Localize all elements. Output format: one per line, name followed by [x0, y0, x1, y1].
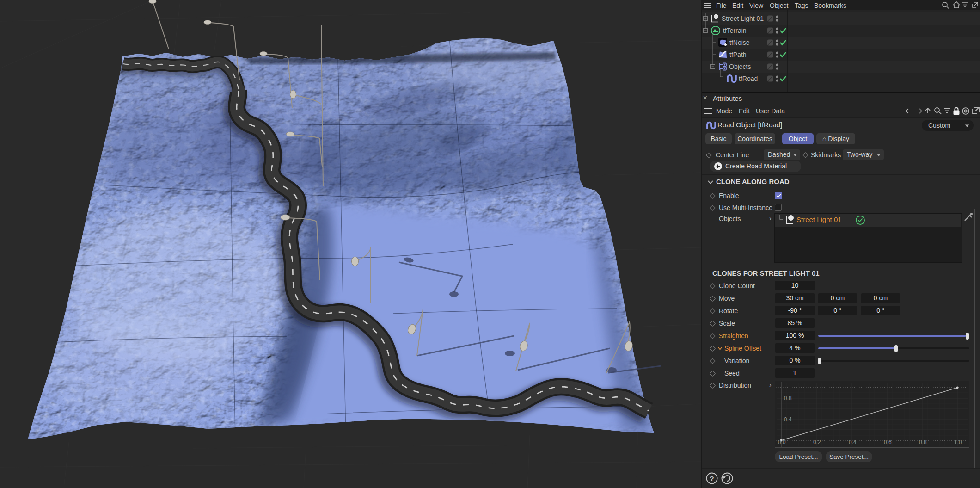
svg-text:0.8: 0.8 — [919, 439, 927, 445]
svg-text:0.6: 0.6 — [884, 439, 892, 445]
svg-text:0.8: 0.8 — [784, 395, 792, 402]
svg-text:0.4: 0.4 — [784, 416, 792, 423]
svg-text:1.0: 1.0 — [954, 439, 962, 445]
svg-text:0.0: 0.0 — [778, 439, 786, 445]
svg-text:?: ? — [710, 475, 714, 482]
svg-text:0.4: 0.4 — [849, 439, 857, 445]
svg-text:0.2: 0.2 — [813, 439, 821, 445]
